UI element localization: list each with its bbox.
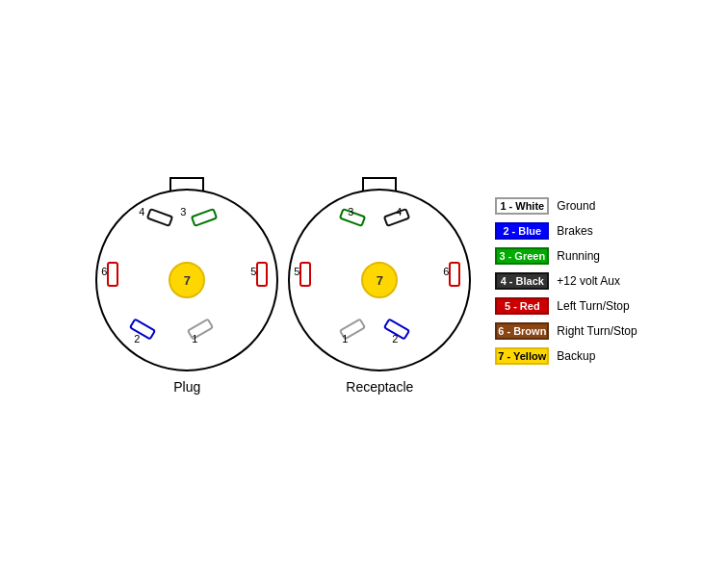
legend-item-5: 5 - Red Left Turn/Stop	[495, 297, 637, 315]
plug-pin2-label: 2	[134, 333, 140, 345]
receptacle-center: 7	[361, 262, 398, 298]
legend-box-7: 7 - Yellow	[495, 347, 549, 365]
legend-desc-6: Right Turn/Stop	[557, 324, 637, 338]
plug-pin3-label: 3	[180, 206, 186, 217]
legend-box-3-text: 3 - Green	[499, 250, 545, 262]
receptacle-center-number: 7	[377, 273, 383, 288]
legend-desc-5: Left Turn/Stop	[557, 299, 629, 313]
legend-item-4: 4 - Black +12 volt Aux	[495, 272, 637, 290]
legend-box-5-text: 5 - Red	[505, 300, 540, 312]
legend-box-7-text: 7 - Yellow	[498, 350, 546, 362]
plug-pin4-label: 4	[139, 206, 144, 217]
rec-pin-5	[299, 262, 311, 287]
plug-pin-5	[256, 262, 268, 287]
plug-pin-4	[146, 208, 174, 227]
legend-item-1: 1 - White Ground	[495, 197, 637, 215]
plug-center: 7	[169, 262, 205, 298]
legend-desc-7: Backup	[557, 349, 595, 363]
legend-item-7: 7 - Yellow Backup	[495, 347, 637, 365]
legend-item-3: 3 - Green Running	[495, 247, 637, 265]
plug-pin-6	[107, 262, 118, 287]
plug-center-number: 7	[184, 273, 191, 288]
legend: 1 - White Ground 2 - Blue Brakes 3 - Gre…	[495, 197, 637, 365]
rec-pin4-label: 4	[396, 206, 402, 217]
rec-pin1-label: 1	[342, 333, 348, 345]
plug-pin5-label: 5	[250, 266, 256, 277]
receptacle-circle: 7 3 4 5 6 1 2	[288, 189, 471, 371]
legend-box-1-text: 1 - White	[500, 200, 544, 212]
legend-box-6-text: 6 - Brown	[498, 325, 546, 337]
legend-box-2-text: 2 - Blue	[503, 225, 541, 237]
plug-pin-3	[191, 208, 219, 227]
rec-pin2-label: 2	[392, 333, 398, 345]
main-container: 7 3 4 6 5 2 1	[0, 0, 728, 562]
plug-diagram: 7 3 4 6 5 2 1	[91, 167, 283, 395]
legend-desc-3: Running	[557, 249, 600, 263]
rec-pin-6	[449, 262, 460, 287]
legend-desc-1: Ground	[557, 199, 595, 213]
legend-box-4: 4 - Black	[495, 272, 549, 290]
legend-box-3: 3 - Green	[495, 247, 549, 265]
legend-box-4-text: 4 - Black	[501, 275, 544, 287]
rec-pin6-label: 6	[443, 266, 449, 277]
receptacle-diagram: 7 3 4 5 6 1 2	[283, 167, 476, 395]
legend-box-5: 5 - Red	[495, 297, 549, 315]
legend-box-1: 1 - White	[495, 197, 549, 215]
plug-label: Plug	[173, 379, 200, 395]
rec-pin5-label: 5	[294, 266, 299, 277]
plug-pin6-label: 6	[101, 266, 107, 277]
rec-pin3-label: 3	[348, 206, 353, 217]
legend-item-6: 6 - Brown Right Turn/Stop	[495, 322, 637, 340]
plug-pin1-label: 1	[192, 333, 197, 345]
receptacle-label: Receptacle	[346, 379, 413, 395]
legend-item-2: 2 - Blue Brakes	[495, 222, 637, 240]
plug-circle: 7 3 4 6 5 2 1	[95, 189, 278, 371]
legend-desc-4: +12 volt Aux	[557, 274, 620, 288]
legend-box-2: 2 - Blue	[495, 222, 549, 240]
legend-box-6: 6 - Brown	[495, 322, 549, 340]
legend-desc-2: Brakes	[557, 224, 592, 238]
